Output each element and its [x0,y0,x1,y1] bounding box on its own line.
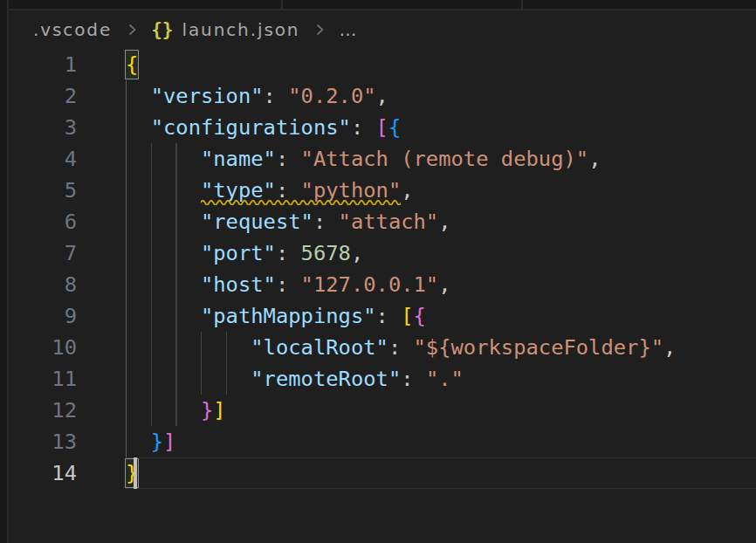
token: : [264,84,289,108]
token [126,241,201,265]
json-braces-icon: {} [151,19,173,40]
token: "remoteRoot" [251,367,401,391]
chevron-right-icon [311,21,328,38]
token [126,304,201,328]
line-number[interactable]: 10 [0,332,77,363]
line-number[interactable]: 6 [0,206,77,237]
token [126,398,201,423]
line-number[interactable]: 1 [0,49,77,80]
token: "0.2.0" [288,84,375,108]
code-line-12[interactable]: 12 }] [0,395,756,426]
token: "configurations" [151,115,351,140]
token [126,147,201,171]
code-line-9[interactable]: 9 "pathMappings": [{ [0,300,756,332]
token: : [276,241,301,265]
code-line-11[interactable]: 11 "remoteRoot": "." [0,363,756,395]
token: , [438,210,450,234]
chevron-right-icon [123,21,141,38]
code-text: "version": "0.2.0", [126,80,388,112]
code-text: { [126,49,138,80]
line-number[interactable]: 2 [0,80,77,112]
line-number[interactable]: 4 [0,143,77,175]
token: { [388,115,401,140]
code-line-14[interactable]: 14} [0,457,756,489]
code-text: }] [126,426,175,457]
token [126,178,201,203]
tab-bar[interactable] [9,0,756,9]
code-line-2[interactable]: 2 "version": "0.2.0", [0,80,756,112]
token: : [276,272,301,297]
code-editor[interactable]: 1{2 "version": "0.2.0",3 "configurations… [0,49,756,543]
token: "name" [201,147,276,171]
token: "host" [201,272,276,297]
token: "version" [151,84,264,108]
token: "Attach (remote debug)" [301,147,589,171]
token: ] [213,398,225,423]
warning-squiggle [201,197,401,205]
token: , [588,147,601,171]
code-line-6[interactable]: 6 "request": "attach", [0,206,756,237]
line-number[interactable]: 8 [0,269,77,300]
token [126,335,251,360]
token: "${workspaceFolder}" [414,335,664,360]
line-number[interactable]: 14 [0,457,77,489]
token: "127.0.0.1" [301,272,439,297]
code-line-1[interactable]: 1{ [0,49,756,80]
token: : [313,210,339,234]
token: "." [426,367,464,391]
token: , [351,241,363,265]
indent-guide [226,332,227,395]
token: "attach" [339,210,439,234]
line-number[interactable]: 5 [0,175,77,206]
token: , [376,84,388,108]
line-number[interactable]: 12 [0,395,77,426]
token: "localRoot" [251,335,388,360]
breadcrumb-file[interactable]: launch.json [182,19,299,40]
token: ] [163,430,175,454]
indent-guide [175,143,176,426]
token: : [376,304,402,328]
code-line-3[interactable]: 3 "configurations": [{ [0,112,756,143]
tab-separator [521,0,523,9]
token: } [151,430,163,454]
token: : [276,147,301,171]
breadcrumb-symbol-ellipsis[interactable]: … [339,19,358,40]
token: [ [401,304,413,328]
line-number[interactable]: 3 [0,112,77,143]
code-line-13[interactable]: 13 }] [0,426,756,457]
line-number[interactable]: 9 [0,300,77,332]
code-text: "name": "Attach (remote debug)", [126,143,601,175]
token [126,367,251,391]
token: "request" [201,210,313,234]
breadcrumb: .vscode {} launch.json … [9,10,756,49]
breadcrumb-folder[interactable]: .vscode [33,19,112,40]
vscode-window: .vscode {} launch.json … 1{2 "version": … [0,0,756,543]
line-number[interactable]: 13 [0,426,77,457]
token: , [663,335,676,360]
token: } [201,398,213,423]
code-line-8[interactable]: 8 "host": "127.0.0.1", [0,269,756,300]
token: 5678 [301,241,351,265]
text-cursor [134,457,136,489]
indent-guide [151,143,152,426]
code-text: "localRoot": "${workspaceFolder}", [126,332,676,363]
line-number[interactable]: 7 [0,237,77,269]
token: { [414,304,426,328]
code-line-10[interactable]: 10 "localRoot": "${workspaceFolder}", [0,332,756,363]
indent-guide [201,332,202,395]
line-number[interactable]: 11 [0,363,77,395]
code-text: "host": "127.0.0.1", [126,269,451,300]
code-text: "pathMappings": [{ [126,300,426,332]
token: : [401,367,426,391]
code-line-7[interactable]: 7 "port": 5678, [0,237,756,269]
token [126,84,151,108]
code-text: "request": "attach", [126,206,451,237]
code-text: "port": 5678, [126,237,363,269]
token [126,115,151,140]
token: , [401,178,413,203]
token: [ [376,115,388,140]
bracket-match: { [126,49,138,80]
token: : [388,335,414,360]
tab-separator [281,0,283,9]
code-line-4[interactable]: 4 "name": "Attach (remote debug)", [0,143,756,175]
